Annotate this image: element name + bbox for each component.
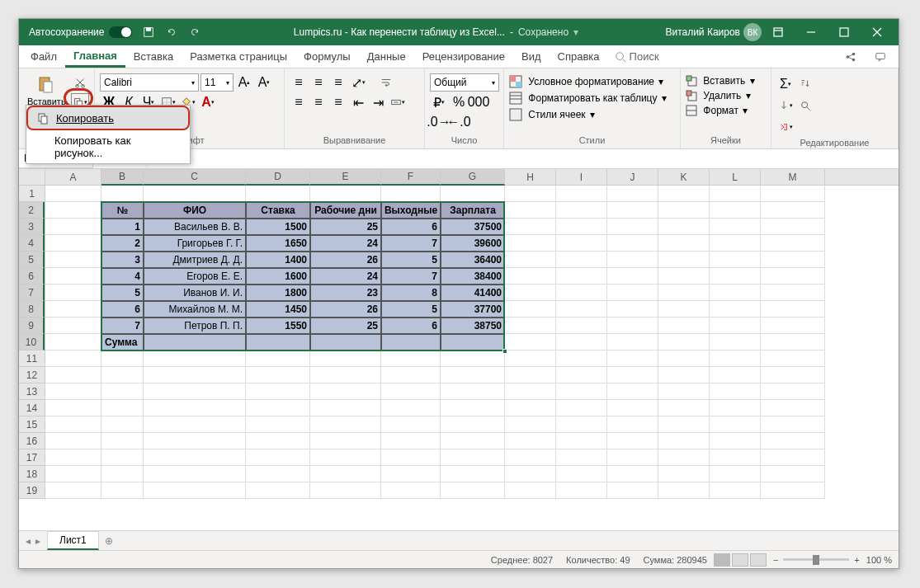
cell[interactable] (45, 482, 101, 499)
cell[interactable] (310, 186, 381, 202)
cell[interactable] (556, 202, 607, 219)
table-cell[interactable]: Михайлов М. М. (144, 301, 246, 318)
table-cell[interactable]: 1500 (246, 219, 310, 235)
font-name-combo[interactable]: Calibri▾ (100, 73, 199, 92)
cell[interactable] (607, 252, 658, 268)
cell[interactable] (505, 350, 556, 367)
cell[interactable] (381, 350, 441, 367)
cell[interactable] (246, 449, 310, 466)
row-header-1[interactable]: 1 (19, 186, 45, 202)
table-cell[interactable]: 24 (310, 235, 381, 252)
cell[interactable] (658, 350, 710, 367)
cell[interactable] (658, 235, 710, 252)
cell[interactable] (505, 416, 556, 433)
align-middle-icon[interactable]: ≡ (309, 73, 328, 92)
number-format-combo[interactable]: Общий▾ (430, 73, 499, 92)
tab-formulas[interactable]: Формулы (295, 45, 359, 68)
cell[interactable] (505, 383, 556, 400)
cell[interactable] (246, 433, 310, 449)
table-cell[interactable]: 1650 (246, 235, 310, 252)
cell[interactable] (441, 416, 505, 433)
ribbon-options-icon[interactable] (762, 19, 795, 45)
tab-file[interactable]: Файл (22, 45, 65, 68)
cell[interactable] (761, 350, 825, 367)
table-cell[interactable]: 26 (310, 252, 381, 268)
row-header-16[interactable]: 16 (19, 433, 45, 449)
cell[interactable] (310, 433, 381, 449)
cell-styles-button[interactable]: Стили ячеек ▾ (509, 108, 595, 121)
cell[interactable] (556, 367, 607, 383)
table-cell[interactable]: 5 (381, 301, 441, 318)
cell[interactable] (381, 433, 441, 449)
table-cell[interactable]: 24 (310, 268, 381, 285)
table-cell[interactable]: 8 (381, 285, 441, 301)
table-header[interactable]: Зарплата (441, 202, 505, 219)
row-header-13[interactable]: 13 (19, 383, 45, 400)
tell-me-search[interactable]: Поиск (615, 45, 659, 68)
tab-review[interactable]: Рецензирование (414, 45, 513, 68)
table-sum-cell[interactable] (441, 334, 505, 350)
cell[interactable] (710, 202, 761, 219)
row-header-11[interactable]: 11 (19, 350, 45, 367)
find-icon[interactable] (796, 96, 814, 115)
cell[interactable] (101, 400, 144, 416)
sheet-tab-1[interactable]: Лист1 (47, 531, 99, 550)
cell[interactable] (246, 367, 310, 383)
user-area[interactable]: Виталий Каиров ВК (665, 23, 762, 41)
table-header[interactable]: Выходные (381, 202, 441, 219)
save-icon[interactable] (139, 23, 158, 41)
cell[interactable] (556, 219, 607, 235)
cell[interactable] (710, 482, 761, 499)
table-cell[interactable]: 25 (310, 318, 381, 334)
row-header-9[interactable]: 9 (19, 318, 45, 334)
cell[interactable] (505, 219, 556, 235)
comments-icon[interactable] (866, 45, 895, 68)
col-header-A[interactable]: A (45, 169, 101, 186)
row-header-17[interactable]: 17 (19, 449, 45, 466)
cell[interactable] (45, 367, 101, 383)
cell[interactable] (441, 433, 505, 449)
cell[interactable] (505, 400, 556, 416)
increase-decimal-icon[interactable]: .0→ (430, 113, 448, 131)
table-cell[interactable]: 4 (101, 268, 144, 285)
cell[interactable] (761, 367, 825, 383)
cell[interactable] (761, 383, 825, 400)
cell[interactable] (381, 466, 441, 482)
cut-icon[interactable] (71, 73, 89, 92)
cell[interactable] (658, 416, 710, 433)
cell[interactable] (710, 252, 761, 268)
format-cells-button[interactable]: Формат ▾ (686, 105, 748, 116)
table-cell[interactable]: 2 (101, 235, 144, 252)
merge-icon[interactable]: ▾ (389, 93, 407, 111)
table-cell[interactable]: 37500 (441, 219, 505, 235)
cell[interactable] (556, 350, 607, 367)
table-cell[interactable]: 3 (101, 252, 144, 268)
wrap-text-icon[interactable] (377, 73, 395, 92)
cell[interactable] (710, 186, 761, 202)
decrease-indent-icon[interactable]: ⇤ (349, 93, 367, 111)
table-cell[interactable]: 41400 (441, 285, 505, 301)
table-cell[interactable]: 7 (101, 318, 144, 334)
cell[interactable] (441, 367, 505, 383)
cell[interactable] (246, 350, 310, 367)
sort-filter-icon[interactable] (796, 75, 814, 93)
cell[interactable] (381, 186, 441, 202)
cell[interactable] (246, 400, 310, 416)
cell[interactable] (505, 301, 556, 318)
cell[interactable] (246, 186, 310, 202)
cell[interactable] (607, 285, 658, 301)
cell[interactable] (381, 482, 441, 499)
cell[interactable] (45, 186, 101, 202)
table-cell[interactable]: 7 (381, 235, 441, 252)
autosave-toggle[interactable] (109, 26, 132, 38)
maximize-icon[interactable] (828, 19, 861, 45)
select-all-corner[interactable] (19, 169, 45, 185)
cell[interactable] (441, 350, 505, 367)
row-header-19[interactable]: 19 (19, 482, 45, 499)
cell[interactable] (441, 400, 505, 416)
cell[interactable] (710, 235, 761, 252)
table-sum-cell[interactable] (144, 334, 246, 350)
cell[interactable] (761, 318, 825, 334)
tab-pagelayout[interactable]: Разметка страницы (182, 45, 295, 68)
cell[interactable] (101, 416, 144, 433)
